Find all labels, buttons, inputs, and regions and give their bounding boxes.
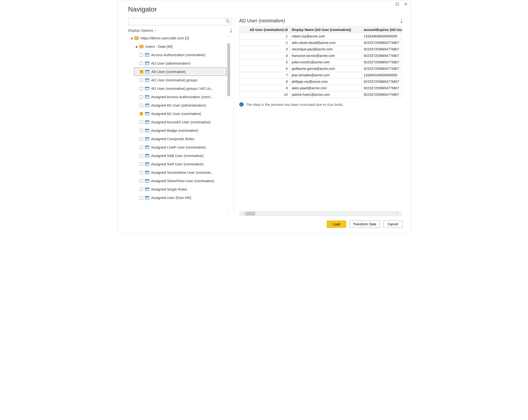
tree-item-label: Assigned SAP User (nominative) — [151, 162, 204, 166]
checkbox[interactable] — [140, 179, 143, 183]
tree-scrollbar[interactable]: ˄ ˅ — [227, 34, 231, 216]
cell-exp: 9223372036854775807 — [362, 59, 402, 66]
tree-item-label: AD User (administration) — [151, 61, 191, 65]
cell-name: jean.lemaitre@acme.com — [290, 72, 362, 78]
checkbox[interactable]: ✓ — [140, 112, 143, 115]
maximize-button[interactable] — [395, 2, 400, 6]
close-button[interactable] — [403, 2, 408, 6]
table-row[interactable]: 2adm.olivier.david@acme.com9223372036854… — [239, 40, 402, 46]
expander-icon[interactable]: ◢ — [135, 45, 138, 48]
checkbox[interactable] — [140, 146, 143, 149]
tree-item[interactable]: Access Authorization (nominative) — [128, 51, 227, 59]
tree-group-node[interactable]: ◢ Users - Data [45] — [128, 42, 227, 51]
checkbox[interactable] — [140, 171, 143, 174]
tree-item[interactable]: Assigned Composite Roles — [128, 135, 227, 143]
tree-item-label: Assigned User (from HR) — [151, 196, 192, 200]
checkbox[interactable] — [140, 196, 143, 199]
hscrollbar-thumb[interactable] — [246, 212, 255, 216]
tree-item[interactable]: Assigned AzureAD User (nominative) — [128, 118, 227, 126]
checkbox[interactable] — [140, 162, 143, 166]
checkbox[interactable]: ✓ — [140, 70, 143, 73]
preview-hscrollbar[interactable]: 〈 〉 — [239, 211, 402, 216]
checkbox[interactable] — [140, 154, 143, 157]
table-icon — [145, 162, 149, 166]
tree-item[interactable]: Assigned LDAP User (nominative) — [128, 143, 227, 151]
table-row[interactable]: 3veronique.paul@acme.com9223372036854775… — [239, 46, 402, 53]
tree-item-label: AD User (nominative) — [151, 70, 186, 74]
table-row[interactable]: 10patrick.huet1@acme.com9223372036854775… — [239, 91, 402, 98]
tree-item[interactable]: Assigned SharePoint User (nominative) — [128, 177, 227, 185]
checkbox[interactable] — [140, 129, 143, 132]
load-button[interactable]: Load — [327, 221, 346, 228]
table-row[interactable]: 1robert.roy@acme.com132834636000000000 — [239, 33, 402, 40]
display-options-dropdown[interactable]: Display Options ▾ — [128, 28, 156, 32]
tree-item[interactable]: Assigned Badge (nominative) — [128, 126, 227, 135]
checkbox[interactable] — [140, 137, 143, 141]
tree-item-label: Assigned Access Authorization (nomi... — [151, 95, 213, 99]
preview-pane: AD User (nominative) AD User (nominative… — [239, 18, 411, 216]
cell-id: 5 — [239, 59, 290, 66]
tree-item[interactable]: ✓AD User (nominative) — [134, 67, 227, 76]
tree-item-label: Assigned SharePoint User (nominative) — [151, 179, 214, 183]
cell-exp: 9223372036854775807 — [362, 53, 402, 59]
scroll-up-icon[interactable]: ˄ — [227, 35, 231, 40]
tree-root-label: https://demo.usercube.com [2] — [141, 36, 189, 40]
checkbox[interactable] — [140, 95, 143, 99]
checkbox[interactable] — [140, 87, 143, 90]
table-row[interactable]: 4francoise.lacroix@acme.com9223372036854… — [239, 53, 402, 59]
scrollbar-thumb[interactable] — [227, 43, 230, 96]
checkbox[interactable] — [140, 104, 143, 107]
table-row[interactable]: 7jean.lemaitre@acme.com13284518400000000… — [239, 72, 402, 78]
transform-data-button[interactable]: Transform Data — [349, 221, 380, 228]
column-header-id[interactable]: AD User (nominative) Id — [239, 27, 290, 33]
tree-item[interactable]: Assigned SAP User (nominative) — [128, 160, 227, 168]
search-input[interactable] — [128, 19, 224, 24]
cell-exp: 9223372036854775807 — [362, 91, 402, 98]
checkbox[interactable] — [140, 188, 143, 191]
tree-item[interactable]: AD User (nominative) groups — [128, 76, 227, 84]
tree-item[interactable]: Assigned User (from HR) — [128, 193, 227, 202]
table-icon — [145, 53, 149, 57]
column-header-name[interactable]: Display Name (AD User (nominative)) — [290, 27, 362, 33]
cancel-button[interactable]: Cancel — [383, 221, 402, 228]
search-icon[interactable] — [224, 19, 231, 24]
tree-root-node[interactable]: ◢ https://demo.usercube.com [2] — [128, 34, 227, 42]
tree-item-label: Assigned ServiceNow User (nominati... — [151, 170, 214, 174]
checkbox[interactable] — [140, 53, 143, 57]
column-header-exp[interactable]: accountExpires (AD Use — [362, 27, 402, 33]
checkbox[interactable] — [140, 120, 143, 124]
checkbox[interactable] — [140, 62, 143, 65]
search-box[interactable] — [128, 18, 231, 25]
tree-item[interactable]: Assigned Single Roles — [128, 185, 227, 193]
table-row[interactable]: 9alain.payet@acme.com9223372036854775807 — [239, 85, 402, 91]
tree-item[interactable]: AD User (administration) — [128, 59, 227, 67]
scroll-left-icon[interactable]: 〈 — [241, 211, 246, 216]
refresh-tree-icon[interactable] — [231, 28, 231, 32]
chevron-down-icon: ▾ — [155, 29, 156, 32]
cell-name: robert.roy@acme.com — [290, 33, 362, 40]
refresh-preview-icon[interactable] — [402, 19, 402, 23]
dialog-footer: Load Transform Data Cancel — [118, 216, 411, 233]
tree-item-label: AD User (nominative) groups — [151, 78, 198, 82]
tree-item[interactable]: Assigned SAB User (nominative) — [128, 151, 227, 160]
tree-item-label: Assigned LDAP User (nominative) — [151, 145, 206, 149]
scroll-down-icon[interactable]: ˅ — [227, 210, 231, 215]
cell-id: 6 — [239, 66, 290, 72]
tree-item[interactable]: Assigned ServiceNow User (nominati... — [128, 168, 227, 177]
folder-icon — [134, 36, 139, 40]
navigator-window: Navigator Display Options ▾ ◢ — [117, 0, 411, 233]
tree-item[interactable]: Assigned Access Authorization (nomi... — [128, 93, 227, 101]
expander-icon[interactable]: ◢ — [130, 37, 133, 39]
display-options-label: Display Options — [128, 28, 153, 32]
cell-name: julien.morel1@acme.com — [290, 59, 362, 66]
window-controls — [395, 2, 408, 6]
tree-item[interactable]: Assigned AD User (administration) — [128, 101, 227, 109]
table-icon — [145, 188, 149, 191]
checkbox[interactable] — [140, 78, 143, 82]
table-row[interactable]: 5julien.morel1@acme.com92233720368547758… — [239, 59, 402, 66]
scroll-right-icon[interactable]: 〉 — [395, 211, 401, 216]
table-row[interactable]: 8philippe.rey@acme.com922337203685477580… — [239, 78, 402, 85]
table-row[interactable]: 6guillaume.garcia@acme.com92233720368547… — [239, 66, 402, 72]
tree-item[interactable]: AD User (nominative) groups / AD Us... — [128, 84, 227, 93]
tree-item[interactable]: ✓Assigned AD User (nominative) — [128, 109, 227, 118]
